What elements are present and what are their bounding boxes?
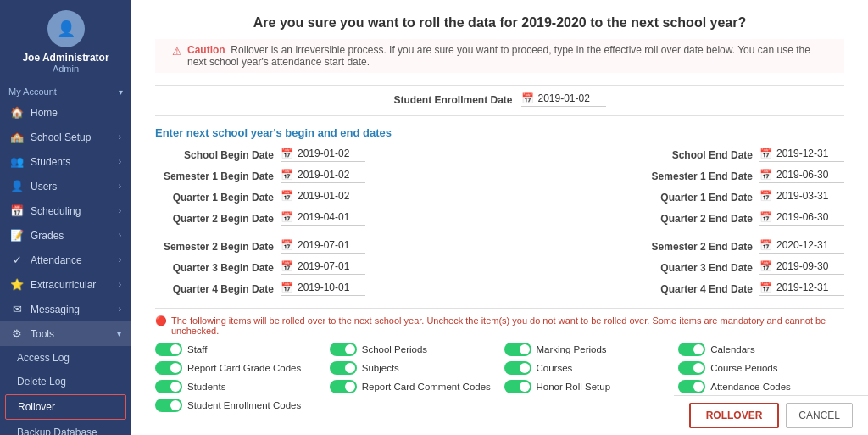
course-periods-toggle[interactable] (678, 361, 705, 375)
toggle-marking-periods[interactable]: Marking Periods (504, 343, 670, 356)
toggle-honor-roll-setup[interactable]: Honor Roll Setup (504, 380, 670, 393)
sem1-begin-input[interactable]: 📅 2019-01-02 (281, 169, 365, 183)
avatar: 👤 (47, 10, 85, 47)
q2-begin-input[interactable]: 📅 2019-04-01 (281, 211, 365, 226)
toggle-attendance-codes[interactable]: Attendance Codes (678, 380, 844, 393)
sem2-begin-label: Semester 2 Begin Date (155, 241, 274, 253)
enrollment-date-value: 2019-01-02 (538, 92, 590, 104)
sidebar-item-rollover[interactable]: Rollover (5, 394, 126, 420)
q4-begin-label: Quarter 4 Begin Date (155, 283, 274, 295)
sidebar-profile: 👤 Joe Administrator Admin (0, 0, 131, 81)
honor-roll-setup-toggle[interactable] (504, 380, 531, 393)
toggle-school-periods[interactable]: School Periods (330, 343, 496, 356)
cancel-button[interactable]: CANCEL (786, 403, 853, 428)
subjects-toggle[interactable] (330, 361, 357, 375)
school-end-input[interactable]: 📅 2019-12-31 (760, 148, 844, 162)
sem1-end-input[interactable]: 📅 2019-06-30 (760, 169, 844, 183)
q3-end-date-field: Quarter 3 End Date 📅 2019-09-30 (509, 260, 845, 275)
sem2-end-input[interactable]: 📅 2020-12-31 (760, 239, 844, 254)
sidebar-item-attendance[interactable]: ✓ Attendance › (0, 248, 131, 272)
sidebar-item-access-log[interactable]: Access Log (0, 346, 131, 370)
scheduling-icon: 📅 (10, 204, 24, 217)
attendance-codes-toggle[interactable] (678, 380, 705, 393)
chevron-right-icon: › (119, 132, 121, 142)
marking-periods-label: Marking Periods (537, 344, 607, 354)
toggle-report-card-grade-codes[interactable]: Report Card Grade Codes (155, 361, 321, 375)
q4-begin-input[interactable]: 📅 2019-10-01 (281, 282, 365, 296)
report-card-comment-codes-toggle[interactable] (330, 380, 357, 393)
toggle-student-enrollment-codes[interactable]: Student Enrollment Codes (155, 399, 321, 412)
q4-begin-value: 2019-10-01 (298, 282, 349, 293)
dates-section-header: Enter next school year's begin and end d… (155, 126, 844, 139)
school-begin-date-field: School Begin Date 📅 2019-01-02 (155, 148, 492, 162)
q1-end-input[interactable]: 📅 2019-03-31 (760, 190, 844, 204)
sidebar-item-label: Students (31, 156, 70, 168)
sidebar-item-home[interactable]: 🏠 Home (0, 100, 131, 125)
q3-end-input[interactable]: 📅 2019-09-30 (760, 260, 844, 275)
q2-end-input[interactable]: 📅 2019-06-30 (760, 211, 844, 226)
sem2-begin-input[interactable]: 📅 2019-07-01 (281, 239, 365, 254)
sidebar-item-delete-log[interactable]: Delete Log (0, 370, 131, 393)
school-setup-icon: 🏫 (10, 131, 24, 143)
toggle-subjects[interactable]: Subjects (330, 361, 496, 375)
sidebar-role: Admin (53, 64, 79, 74)
students-toggle[interactable] (155, 380, 182, 393)
q2-begin-date-field: Quarter 2 Begin Date 📅 2019-04-01 (155, 211, 492, 226)
sidebar-item-extracurricular[interactable]: ⭐ Extracurricular › (0, 272, 131, 297)
marking-periods-toggle[interactable] (504, 343, 531, 356)
q4-end-date-field: Quarter 4 End Date 📅 2019-12-31 (509, 282, 845, 296)
school-begin-input[interactable]: 📅 2019-01-02 (281, 148, 365, 162)
q4-end-input[interactable]: 📅 2019-12-31 (760, 282, 844, 296)
rollover-button[interactable]: ROLLOVER (689, 403, 780, 428)
toggle-report-card-comment-codes[interactable]: Report Card Comment Codes (330, 380, 496, 393)
school-periods-toggle[interactable] (330, 343, 357, 356)
sem1-begin-label: Semester 1 Begin Date (155, 170, 274, 182)
sidebar-item-school-setup[interactable]: 🏫 School Setup › (0, 125, 131, 149)
my-account-label: My Account (8, 86, 57, 97)
sidebar-sub-label: Rollover (18, 401, 55, 413)
sem2-end-value: 2020-12-31 (776, 239, 828, 251)
sidebar-item-scheduling[interactable]: 📅 Scheduling › (0, 198, 131, 223)
warning-icon: ⚠ (172, 45, 182, 58)
sidebar-item-label: School Setup (31, 131, 91, 143)
q1-begin-value: 2019-01-02 (298, 190, 349, 202)
calendars-toggle[interactable] (678, 343, 705, 356)
q1-begin-input[interactable]: 📅 2019-01-02 (281, 190, 365, 204)
calendar-icon: 📅 (760, 282, 772, 293)
sidebar-item-students[interactable]: 👥 Students › (0, 149, 131, 174)
caution-label: Caution (187, 44, 225, 56)
sidebar-item-label: Extracurricular (31, 279, 96, 291)
report-card-grade-codes-toggle[interactable] (155, 361, 182, 375)
enrollment-date-field[interactable]: 📅 2019-01-02 (521, 92, 606, 107)
calendar-icon: 📅 (281, 282, 293, 293)
sidebar: 👤 Joe Administrator Admin My Account ▾ 🏠… (0, 0, 131, 435)
q3-begin-input[interactable]: 📅 2019-07-01 (281, 260, 365, 275)
staff-toggle[interactable] (155, 343, 182, 356)
calendar-icon: 📅 (521, 92, 534, 104)
student-enrollment-codes-toggle[interactable] (155, 399, 182, 412)
toggle-course-periods[interactable]: Course Periods (678, 361, 844, 375)
toggle-staff[interactable]: Staff (155, 343, 321, 356)
sidebar-item-backup-database[interactable]: Backup Database (0, 421, 131, 435)
my-account-section[interactable]: My Account ▾ (0, 81, 131, 100)
calendar-icon: 📅 (760, 148, 772, 159)
calendar-icon: 📅 (760, 239, 772, 251)
sem2-end-label: Semester 2 End Date (634, 241, 753, 253)
sem1-end-value: 2019-06-30 (776, 169, 828, 181)
sidebar-item-grades[interactable]: 📝 Grades › (0, 223, 131, 248)
sidebar-username: Joe Administrator (22, 52, 108, 64)
sidebar-item-messaging[interactable]: ✉ Messaging › (0, 297, 131, 321)
toggle-courses[interactable]: Courses (504, 361, 670, 375)
report-card-comment-codes-label: Report Card Comment Codes (362, 382, 491, 392)
q4-end-value: 2019-12-31 (776, 282, 828, 293)
calendar-icon: 📅 (760, 190, 772, 202)
toggle-calendars[interactable]: Calendars (678, 343, 844, 356)
courses-toggle[interactable] (504, 361, 531, 375)
rollover-warning: 🔴 The following items will be rolled ove… (155, 315, 844, 336)
students-label: Students (187, 382, 225, 392)
calendars-label: Calendars (710, 344, 754, 354)
sidebar-item-users[interactable]: 👤 Users › (0, 174, 131, 198)
toggle-students[interactable]: Students (155, 380, 321, 393)
sidebar-item-tools[interactable]: ⚙ Tools ▾ (0, 321, 131, 346)
q3-end-label: Quarter 3 End Date (634, 262, 753, 274)
